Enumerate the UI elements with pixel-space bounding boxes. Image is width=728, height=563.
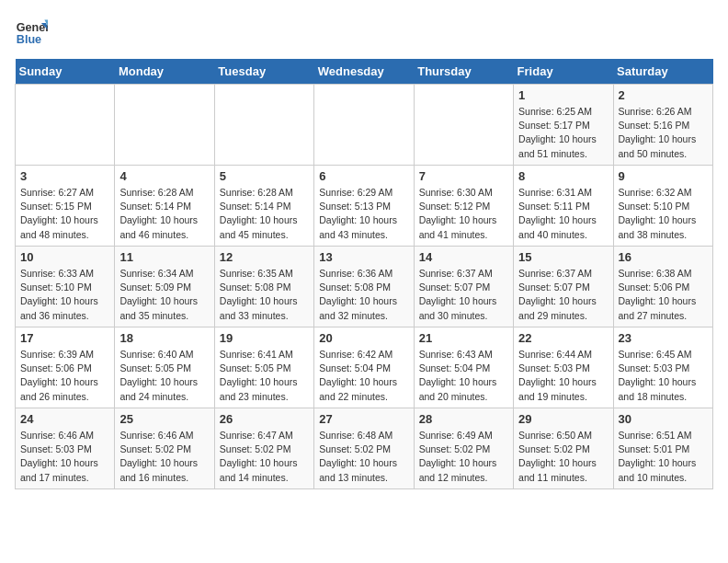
calendar-cell — [115, 85, 214, 166]
calendar-cell: 28Sunrise: 6:49 AM Sunset: 5:02 PM Dayli… — [414, 408, 513, 489]
calendar-cell: 12Sunrise: 6:35 AM Sunset: 5:08 PM Dayli… — [214, 247, 313, 327]
calendar-cell: 20Sunrise: 6:42 AM Sunset: 5:04 PM Dayli… — [314, 327, 414, 408]
day-info: Sunrise: 6:40 AM Sunset: 5:05 PM Dayligh… — [119, 348, 209, 404]
calendar-cell: 25Sunrise: 6:46 AM Sunset: 5:02 PM Dayli… — [115, 408, 214, 489]
day-number: 9 — [619, 169, 708, 183]
day-number: 25 — [119, 412, 209, 426]
day-number: 10 — [20, 250, 109, 264]
day-number: 13 — [319, 250, 408, 264]
day-number: 17 — [20, 331, 109, 345]
day-number: 19 — [220, 331, 309, 345]
day-info: Sunrise: 6:25 AM Sunset: 5:17 PM Dayligh… — [518, 105, 608, 161]
day-number: 18 — [119, 331, 209, 345]
weekday-header: Saturday — [613, 59, 712, 85]
day-info: Sunrise: 6:47 AM Sunset: 5:02 PM Dayligh… — [220, 429, 309, 485]
day-number: 8 — [518, 169, 608, 183]
calendar-cell: 27Sunrise: 6:48 AM Sunset: 5:02 PM Dayli… — [314, 408, 414, 489]
calendar-header: SundayMondayTuesdayWednesdayThursdayFrid… — [16, 59, 713, 85]
calendar-cell: 7Sunrise: 6:30 AM Sunset: 5:12 PM Daylig… — [414, 166, 513, 247]
day-number: 27 — [319, 412, 408, 426]
calendar-week-row: 3Sunrise: 6:27 AM Sunset: 5:15 PM Daylig… — [16, 166, 713, 247]
day-info: Sunrise: 6:51 AM Sunset: 5:01 PM Dayligh… — [619, 429, 708, 485]
day-info: Sunrise: 6:37 AM Sunset: 5:07 PM Dayligh… — [518, 267, 608, 323]
weekday-header: Friday — [514, 59, 613, 85]
day-info: Sunrise: 6:38 AM Sunset: 5:06 PM Dayligh… — [619, 267, 708, 323]
calendar-cell: 9Sunrise: 6:32 AM Sunset: 5:10 PM Daylig… — [613, 166, 712, 247]
calendar-cell: 2Sunrise: 6:26 AM Sunset: 5:16 PM Daylig… — [613, 85, 712, 166]
calendar-cell: 24Sunrise: 6:46 AM Sunset: 5:03 PM Dayli… — [16, 408, 115, 489]
day-number: 16 — [619, 250, 708, 264]
page-header: General Blue — [15, 15, 713, 48]
calendar-week-row: 10Sunrise: 6:33 AM Sunset: 5:10 PM Dayli… — [16, 247, 713, 327]
calendar-cell: 13Sunrise: 6:36 AM Sunset: 5:08 PM Dayli… — [314, 247, 414, 327]
day-info: Sunrise: 6:34 AM Sunset: 5:09 PM Dayligh… — [119, 267, 209, 323]
day-info: Sunrise: 6:28 AM Sunset: 5:14 PM Dayligh… — [119, 186, 209, 242]
day-info: Sunrise: 6:36 AM Sunset: 5:08 PM Dayligh… — [319, 267, 408, 323]
day-number: 1 — [518, 88, 608, 102]
day-number: 11 — [119, 250, 209, 264]
calendar-week-row: 24Sunrise: 6:46 AM Sunset: 5:03 PM Dayli… — [16, 408, 713, 489]
calendar-table: SundayMondayTuesdayWednesdayThursdayFrid… — [15, 59, 713, 489]
day-info: Sunrise: 6:43 AM Sunset: 5:04 PM Dayligh… — [419, 348, 508, 404]
day-number: 23 — [619, 331, 708, 345]
day-number: 5 — [220, 169, 309, 183]
calendar-cell: 22Sunrise: 6:44 AM Sunset: 5:03 PM Dayli… — [514, 327, 613, 408]
calendar-cell: 8Sunrise: 6:31 AM Sunset: 5:11 PM Daylig… — [514, 166, 613, 247]
day-info: Sunrise: 6:44 AM Sunset: 5:03 PM Dayligh… — [518, 348, 608, 404]
day-info: Sunrise: 6:33 AM Sunset: 5:10 PM Dayligh… — [20, 267, 109, 323]
day-number: 30 — [619, 412, 708, 426]
logo: General Blue — [15, 15, 48, 48]
day-number: 15 — [518, 250, 608, 264]
calendar-cell: 29Sunrise: 6:50 AM Sunset: 5:02 PM Dayli… — [514, 408, 613, 489]
day-number: 26 — [220, 412, 309, 426]
calendar-cell: 19Sunrise: 6:41 AM Sunset: 5:05 PM Dayli… — [214, 327, 313, 408]
calendar-cell: 23Sunrise: 6:45 AM Sunset: 5:03 PM Dayli… — [613, 327, 712, 408]
day-number: 2 — [619, 88, 708, 102]
calendar-cell — [314, 85, 414, 166]
calendar-cell — [214, 85, 313, 166]
day-info: Sunrise: 6:32 AM Sunset: 5:10 PM Dayligh… — [619, 186, 708, 242]
calendar-cell: 16Sunrise: 6:38 AM Sunset: 5:06 PM Dayli… — [613, 247, 712, 327]
day-info: Sunrise: 6:35 AM Sunset: 5:08 PM Dayligh… — [220, 267, 309, 323]
day-info: Sunrise: 6:26 AM Sunset: 5:16 PM Dayligh… — [619, 105, 708, 161]
calendar-cell: 18Sunrise: 6:40 AM Sunset: 5:05 PM Dayli… — [115, 327, 214, 408]
day-info: Sunrise: 6:39 AM Sunset: 5:06 PM Dayligh… — [20, 348, 109, 404]
calendar-week-row: 17Sunrise: 6:39 AM Sunset: 5:06 PM Dayli… — [16, 327, 713, 408]
calendar-cell: 3Sunrise: 6:27 AM Sunset: 5:15 PM Daylig… — [16, 166, 115, 247]
calendar-cell: 14Sunrise: 6:37 AM Sunset: 5:07 PM Dayli… — [414, 247, 513, 327]
weekday-header: Thursday — [414, 59, 513, 85]
day-number: 3 — [20, 169, 109, 183]
day-info: Sunrise: 6:42 AM Sunset: 5:04 PM Dayligh… — [319, 348, 408, 404]
calendar-cell: 30Sunrise: 6:51 AM Sunset: 5:01 PM Dayli… — [613, 408, 712, 489]
day-number: 4 — [119, 169, 209, 183]
logo-icon: General Blue — [15, 15, 48, 48]
calendar-week-row: 1Sunrise: 6:25 AM Sunset: 5:17 PM Daylig… — [16, 85, 713, 166]
calendar-cell: 6Sunrise: 6:29 AM Sunset: 5:13 PM Daylig… — [314, 166, 414, 247]
day-number: 22 — [518, 331, 608, 345]
day-info: Sunrise: 6:45 AM Sunset: 5:03 PM Dayligh… — [619, 348, 708, 404]
weekday-header: Monday — [115, 59, 214, 85]
day-info: Sunrise: 6:46 AM Sunset: 5:03 PM Dayligh… — [20, 429, 109, 485]
day-info: Sunrise: 6:37 AM Sunset: 5:07 PM Dayligh… — [419, 267, 508, 323]
day-info: Sunrise: 6:48 AM Sunset: 5:02 PM Dayligh… — [319, 429, 408, 485]
day-info: Sunrise: 6:46 AM Sunset: 5:02 PM Dayligh… — [119, 429, 209, 485]
day-number: 12 — [220, 250, 309, 264]
day-number: 20 — [319, 331, 408, 345]
calendar-cell: 15Sunrise: 6:37 AM Sunset: 5:07 PM Dayli… — [514, 247, 613, 327]
calendar-cell: 17Sunrise: 6:39 AM Sunset: 5:06 PM Dayli… — [16, 327, 115, 408]
calendar-cell: 11Sunrise: 6:34 AM Sunset: 5:09 PM Dayli… — [115, 247, 214, 327]
day-number: 28 — [419, 412, 508, 426]
calendar-cell: 10Sunrise: 6:33 AM Sunset: 5:10 PM Dayli… — [16, 247, 115, 327]
day-info: Sunrise: 6:49 AM Sunset: 5:02 PM Dayligh… — [419, 429, 508, 485]
calendar-cell: 1Sunrise: 6:25 AM Sunset: 5:17 PM Daylig… — [514, 85, 613, 166]
day-info: Sunrise: 6:31 AM Sunset: 5:11 PM Dayligh… — [518, 186, 608, 242]
weekday-header: Tuesday — [214, 59, 313, 85]
day-number: 7 — [419, 169, 508, 183]
calendar-cell: 4Sunrise: 6:28 AM Sunset: 5:14 PM Daylig… — [115, 166, 214, 247]
day-number: 14 — [419, 250, 508, 264]
calendar-cell: 21Sunrise: 6:43 AM Sunset: 5:04 PM Dayli… — [414, 327, 513, 408]
day-info: Sunrise: 6:28 AM Sunset: 5:14 PM Dayligh… — [220, 186, 309, 242]
weekday-header: Sunday — [16, 59, 115, 85]
day-number: 29 — [518, 412, 608, 426]
day-info: Sunrise: 6:50 AM Sunset: 5:02 PM Dayligh… — [518, 429, 608, 485]
